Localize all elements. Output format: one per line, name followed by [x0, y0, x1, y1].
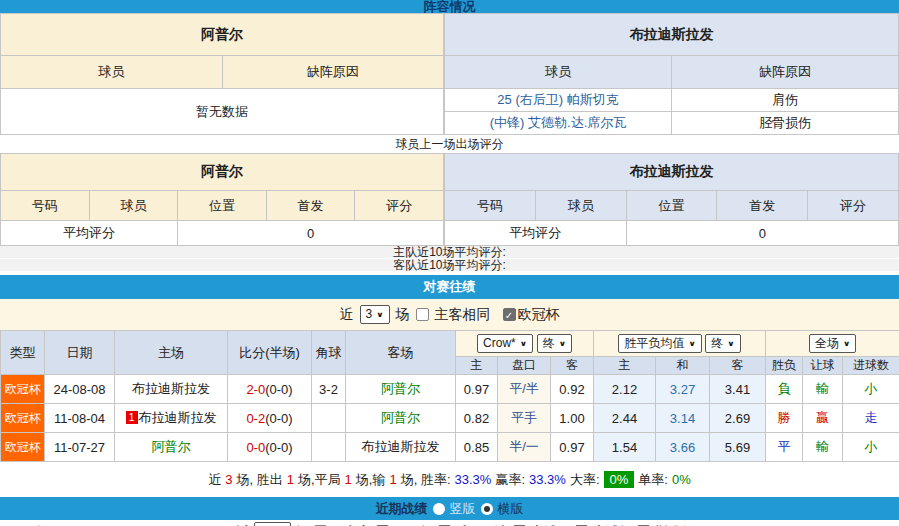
home-team[interactable]: 1布拉迪斯拉发	[115, 404, 228, 433]
avg-away: 5.69	[710, 433, 766, 462]
col-odds-home: 主	[456, 357, 498, 375]
h2h-summary: 近 3 场, 胜出 1 场,平局 1 场,输 1 场, 胜率: 33.3% 赢率…	[0, 462, 899, 497]
scope-select[interactable]: 全场 ∨	[809, 334, 856, 353]
avg-away: 3.41	[710, 375, 766, 404]
odds-away: 1.00	[551, 404, 594, 433]
summary-losses: 1	[389, 472, 396, 487]
avg-score-label: 平均评分	[445, 221, 627, 246]
summary-text: 近	[208, 471, 221, 489]
scope-value: 全场	[815, 336, 839, 351]
filter-matches-label: 场	[296, 523, 309, 526]
avg-draw: 3.66	[656, 433, 710, 462]
rating-home-table: 阿普尔 号码 球员 位置 首发 评分 平均评分 0	[0, 153, 444, 246]
competition-label[interactable]: 欧冠杯	[394, 523, 433, 526]
h2h-table: 类型 日期 主场 比分(半场) 角球 客场 Crow* ∨ 终 ∨ 胜平负均值 …	[0, 330, 899, 462]
away-team[interactable]: 阿普尔	[346, 404, 456, 433]
away-last10-avg: 客队近10场平均评分:	[0, 259, 899, 272]
home-no-data: 暂无数据	[1, 89, 444, 135]
odds-select-group: Crow* ∨ 终 ∨	[456, 331, 594, 357]
vertical-radio[interactable]	[433, 503, 445, 515]
away-absent-player[interactable]: (中锋) 艾德勒.达.席尔瓦	[445, 112, 672, 135]
filter-near-label: 近	[340, 306, 354, 324]
match-count-select[interactable]: 3 ∨	[360, 305, 390, 324]
odds-home: 0.85	[456, 433, 498, 462]
col-avg-away: 客	[710, 357, 766, 375]
competition-checkbox[interactable]: ✓	[503, 308, 516, 321]
result: 負	[766, 375, 803, 404]
col-number: 号码	[1, 191, 90, 221]
chevron-down-icon: ∨	[559, 338, 566, 350]
match-score: 0-0(0-0)	[228, 433, 312, 462]
avg-type-value: 胜平负均值	[624, 336, 684, 351]
avg-type-select[interactable]: 胜平负均值 ∨	[618, 334, 701, 353]
col-position: 位置	[626, 191, 717, 221]
avg-draw: 3.27	[656, 375, 710, 404]
col-score: 评分	[355, 191, 444, 221]
horizontal-radio[interactable]	[481, 503, 493, 515]
summary-text: 大率:	[570, 471, 600, 489]
filter-near-label: 近	[236, 523, 249, 526]
avg-stage-select[interactable]: 终 ∨	[705, 334, 740, 353]
away-team[interactable]: 阿普尔	[346, 375, 456, 404]
home-team[interactable]: 布拉迪斯拉发	[115, 375, 228, 404]
recent-home-team-name: 阿普尔	[22, 520, 61, 526]
vertical-label[interactable]: 竖版	[450, 500, 476, 518]
match-type-badge: 欧冠杯	[1, 433, 45, 462]
handicap-result: 輸	[803, 433, 843, 462]
recent-filter-row-clipped: 阿普尔 近 10 ∨ 场 同主客 ✓ 欧冠杯 ✓ 球会友谊 ✓ 塞浦甲 ✓ 塞浦…	[0, 520, 899, 526]
odds-company-select[interactable]: Crow* ∨	[477, 334, 533, 353]
same-venue-checkbox[interactable]	[416, 308, 429, 321]
odds-away: 0.92	[551, 375, 594, 404]
same-venue-label[interactable]: 同主客	[332, 523, 371, 526]
handicap: 半/一	[498, 433, 551, 462]
avg-select-group: 胜平负均值 ∨ 终 ∨	[594, 331, 766, 357]
recent-count-select[interactable]: 10 ∨	[254, 522, 291, 526]
col-away: 客场	[346, 331, 456, 375]
chevron-down-icon: ∨	[688, 338, 695, 350]
competition-label[interactable]: 塞浦杯	[593, 523, 632, 526]
odds-away: 0.97	[551, 433, 594, 462]
chevron-down-icon: ∨	[520, 338, 527, 350]
away-team[interactable]: 布拉迪斯拉发	[346, 433, 456, 462]
lineup-section-bar: 阵容情况	[0, 0, 899, 13]
competition-label[interactable]: 球会友谊	[456, 523, 508, 526]
handicap-result: 贏	[803, 404, 843, 433]
recent-section-bar: 近期战绩 竖版 横版	[0, 497, 899, 520]
rating-section-title: 球员上一场出场评分	[0, 135, 899, 153]
win-rate: 33.3%	[455, 472, 492, 487]
same-venue-label[interactable]: 主客相同	[435, 306, 491, 324]
avg-home: 2.44	[594, 404, 656, 433]
competition-label[interactable]: 欧冠杯	[518, 306, 560, 324]
horizontal-label[interactable]: 横版	[498, 500, 524, 518]
col-handicap-result: 让球	[803, 357, 843, 375]
home-team[interactable]: 阿普尔	[115, 433, 228, 462]
handicap: 平/半	[498, 375, 551, 404]
odds-stage-select[interactable]: 终 ∨	[537, 334, 572, 353]
col-type: 类型	[1, 331, 45, 375]
h2h-section-bar: 对赛往绩	[0, 275, 899, 299]
away-absent-player[interactable]: 25 (右后卫) 帕斯切克	[445, 89, 672, 112]
home-team-name: 阿普尔	[1, 14, 444, 56]
corner-score	[312, 433, 346, 462]
col-starting: 首发	[266, 191, 355, 221]
goals-result: 走	[843, 404, 899, 433]
summary-count: 3	[225, 472, 232, 487]
lineup-home-table: 阿普尔 球员 缺阵原因 暂无数据	[0, 13, 444, 135]
lineup-section-title: 阵容情况	[424, 0, 476, 13]
col-absence-reason: 缺阵原因	[222, 56, 444, 89]
summary-text: 单率:	[638, 471, 668, 489]
corner-score	[312, 404, 346, 433]
summary-text: 场,输	[356, 471, 386, 489]
competition-label[interactable]: 塞浦甲	[531, 523, 570, 526]
col-number: 号码	[445, 191, 536, 221]
away-team-name: 布拉迪斯拉发	[445, 14, 899, 56]
col-odds-away: 客	[551, 357, 594, 375]
avg-home: 1.54	[594, 433, 656, 462]
competition-label[interactable]: 斯伐超	[655, 523, 694, 526]
odds-home: 0.82	[456, 404, 498, 433]
summary-wins: 1	[287, 472, 294, 487]
recent-section-title: 近期战绩	[376, 500, 428, 518]
summary-text: 场, 胜率:	[401, 471, 451, 489]
avg-score-label: 平均评分	[1, 221, 178, 246]
chevron-down-icon: ∨	[727, 338, 734, 350]
